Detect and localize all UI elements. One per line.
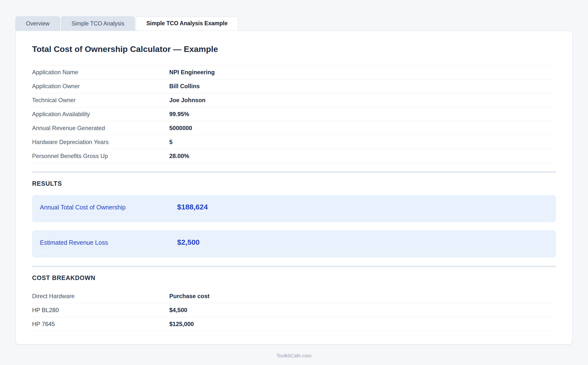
result-value: $2,500 xyxy=(177,238,548,246)
field-value: 99.95% xyxy=(169,111,556,118)
result-row: Annual Total Cost of Ownership $188,624 xyxy=(40,203,548,217)
cost-breakdown-row-hp-7645: HP 7645 $125,000 xyxy=(32,317,556,331)
page: Overview Simple TCO Analysis Simple TCO … xyxy=(0,0,588,365)
tab-simple-tco-analysis[interactable]: Simple TCO Analysis xyxy=(61,16,135,31)
cost-header-value: Purchase cost xyxy=(169,293,556,300)
section-divider xyxy=(32,171,556,173)
cost-breakdown-heading: COST BREAKDOWN xyxy=(32,274,556,281)
results-heading: RESULTS xyxy=(32,180,556,187)
tab-bar: Overview Simple TCO Analysis Simple TCO … xyxy=(15,16,573,31)
field-value: 5000000 xyxy=(169,125,556,132)
cost-item-label: HP BL280 xyxy=(32,307,169,314)
field-row-hardware-depreciation-years: Hardware Depreciation Years 5 xyxy=(32,135,556,149)
cost-item-value: $125,000 xyxy=(169,321,556,328)
field-value: 5 xyxy=(169,139,556,146)
calculator-card: Total Cost of Ownership Calculator — Exa… xyxy=(15,31,573,345)
result-box-annual-tco: Annual Total Cost of Ownership $188,624 xyxy=(32,195,556,222)
field-row-annual-revenue-generated: Annual Revenue Generated 5000000 xyxy=(32,121,556,135)
field-value: NPI Engineering xyxy=(169,69,556,76)
page-title: Total Cost of Ownership Calculator — Exa… xyxy=(32,44,556,54)
field-label: Personnel Benefits Gross Up xyxy=(32,153,169,159)
field-row-application-owner: Application Owner Bill Collins xyxy=(32,79,556,93)
field-row-application-name: Application Name NPI Engineering xyxy=(32,65,556,79)
footer-site-credit: ToolkitCafe.com xyxy=(15,353,573,359)
field-value: Bill Collins xyxy=(169,83,556,90)
cost-header-label: Direct Hardware xyxy=(32,293,169,300)
tab-overview[interactable]: Overview xyxy=(15,16,60,31)
field-label: Application Name xyxy=(32,69,169,76)
tab-simple-tco-analysis-example-label: Simple TCO Analysis Example xyxy=(146,20,228,27)
cost-breakdown-table: Direct Hardware Purchase cost HP BL280 $… xyxy=(32,289,556,331)
field-label: Application Owner xyxy=(32,83,169,90)
field-label: Application Availability xyxy=(32,111,169,118)
field-label: Technical Owner xyxy=(32,97,169,104)
result-label: Estimated Revenue Loss xyxy=(40,239,177,246)
field-value: Joe Johnson xyxy=(169,97,556,104)
tab-simple-tco-analysis-label: Simple TCO Analysis xyxy=(72,20,124,27)
field-label: Hardware Depreciation Years xyxy=(32,139,169,146)
field-row-personnel-benefits-gross-up: Personnel Benefits Gross Up 28.00% xyxy=(32,149,556,163)
result-box-estimated-revenue-loss: Estimated Revenue Loss $2,500 xyxy=(32,230,556,257)
field-table: Application Name NPI Engineering Applica… xyxy=(32,65,556,163)
result-label: Annual Total Cost of Ownership xyxy=(40,204,177,211)
result-row: Estimated Revenue Loss $2,500 xyxy=(40,238,548,252)
cost-item-value: $4,500 xyxy=(169,307,556,314)
field-value: 28.00% xyxy=(169,153,556,159)
result-value: $188,624 xyxy=(177,203,548,211)
cost-breakdown-header-row: Direct Hardware Purchase cost xyxy=(32,289,556,303)
field-row-technical-owner: Technical Owner Joe Johnson xyxy=(32,93,556,107)
field-label: Annual Revenue Generated xyxy=(32,125,169,132)
field-row-application-availability: Application Availability 99.95% xyxy=(32,107,556,121)
cost-breakdown-row-hp-bl280: HP BL280 $4,500 xyxy=(32,303,556,317)
tab-simple-tco-analysis-example[interactable]: Simple TCO Analysis Example xyxy=(136,16,238,31)
tab-overview-label: Overview xyxy=(26,20,49,27)
section-divider xyxy=(32,266,556,267)
cost-item-label: HP 7645 xyxy=(32,321,169,328)
